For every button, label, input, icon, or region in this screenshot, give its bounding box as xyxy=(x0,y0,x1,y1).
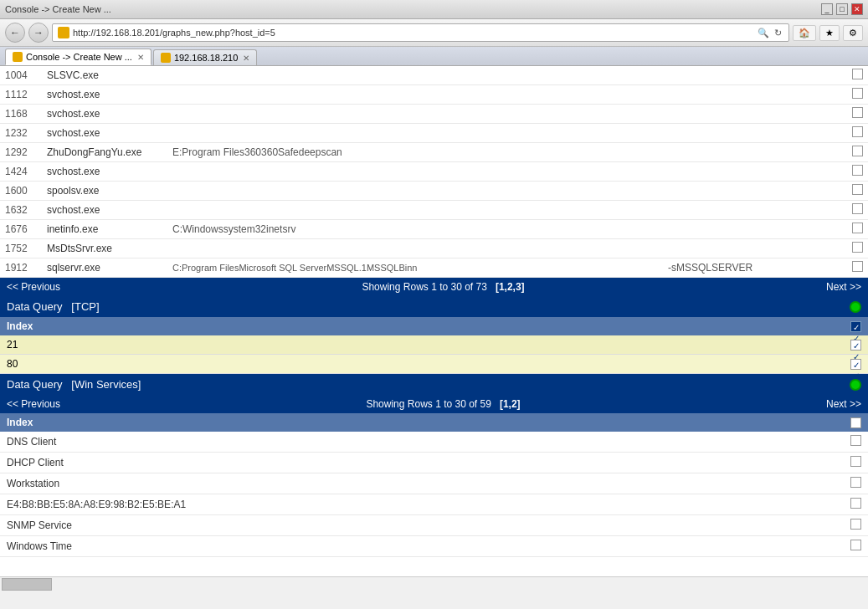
row-checkbox[interactable] xyxy=(852,261,863,272)
row-checkbox[interactable] xyxy=(852,88,863,99)
address-bar[interactable]: http://192.168.18.201/graphs_new.php?hos… xyxy=(52,23,789,42)
pid-cell: 1632 xyxy=(0,201,42,220)
page-links-1[interactable]: [1,2,3] xyxy=(496,281,525,293)
checkbox-cell[interactable] xyxy=(847,162,868,182)
maximize-button[interactable]: □ xyxy=(836,3,848,15)
service-checkbox-cell[interactable] xyxy=(844,473,868,494)
table-row: SNMP Service xyxy=(0,515,868,536)
win-services-select-all-checkbox[interactable] xyxy=(850,417,861,428)
checkbox-cell[interactable] xyxy=(847,143,868,162)
back-button[interactable]: ← xyxy=(5,23,25,43)
service-checkbox-cell[interactable] xyxy=(844,432,868,453)
tab-label-console: Console -> Create New ... xyxy=(26,52,132,62)
checkbox-cell[interactable] xyxy=(847,182,868,201)
table-row: DNS Client xyxy=(0,432,868,453)
row-checkbox[interactable] xyxy=(852,69,863,79)
service-name-cell: Windows Time xyxy=(0,536,844,557)
row-checkbox[interactable] xyxy=(852,126,863,137)
prev-link-2[interactable]: << Previous xyxy=(7,398,60,410)
table-row: 1632 svchost.exe xyxy=(0,201,868,220)
tcp-checkbox-80[interactable]: ✓ xyxy=(850,359,861,370)
args-cell xyxy=(663,66,847,85)
tab-close-ip[interactable]: ✕ xyxy=(243,54,249,63)
home-button[interactable]: 🏠 xyxy=(793,25,816,41)
win-services-status-indicator xyxy=(850,379,861,391)
checkbox-cell[interactable] xyxy=(847,258,868,278)
bookmarks-button[interactable]: ★ xyxy=(819,25,840,41)
tab-label-ip: 192.168.18.210 xyxy=(174,53,238,63)
browser-chrome: Console -> Create New ... _ □ ✕ ← → http… xyxy=(0,0,868,66)
window-title: Console -> Create New ... xyxy=(5,4,111,14)
service-checkbox-cell[interactable] xyxy=(844,453,868,473)
pid-cell: 1112 xyxy=(0,85,42,105)
address-text: http://192.168.18.201/graphs_new.php?hos… xyxy=(73,28,756,38)
args-cell xyxy=(663,220,847,239)
row-checkbox[interactable] xyxy=(852,165,863,176)
main-scroll-area[interactable]: 1004 SLSVC.exe 1112 svchost.exe 1168 svc… xyxy=(0,66,868,576)
next-link-2[interactable]: Next >> xyxy=(826,398,861,410)
table-row: 1676 inetinfo.exe C:Windowssystem32inets… xyxy=(0,220,868,239)
service-name-cell: SNMP Service xyxy=(0,515,844,536)
service-checkbox[interactable] xyxy=(850,498,861,509)
checkbox-cell[interactable] xyxy=(847,239,868,258)
args-cell xyxy=(663,162,847,182)
tcp-select-all-checkbox[interactable]: ✓ xyxy=(850,321,861,332)
service-checkbox-cell[interactable] xyxy=(844,536,868,557)
path-cell xyxy=(167,162,663,182)
tcp-checkbox-21[interactable]: ✓ xyxy=(850,340,861,351)
prev-link-1[interactable]: << Previous xyxy=(7,281,60,293)
forward-button[interactable]: → xyxy=(28,23,49,43)
service-checkbox-cell[interactable] xyxy=(844,494,868,515)
minimize-button[interactable]: _ xyxy=(821,3,833,15)
checkbox-cell[interactable] xyxy=(847,66,868,85)
tab-icon-ip xyxy=(161,53,171,63)
page-links-2[interactable]: [1,2] xyxy=(500,398,521,410)
row-checkbox[interactable] xyxy=(852,146,863,156)
table-row: 1292 ZhuDongFangYu.exe E:Program Files36… xyxy=(0,143,868,162)
tab-close-console[interactable]: ✕ xyxy=(137,53,144,62)
service-checkbox[interactable] xyxy=(850,435,861,446)
name-cell: ZhuDongFangYu.exe xyxy=(42,143,167,162)
service-name-cell: E4:B8:BB:E5:8A:A8:E9:98:B2:E5:BE:A1 xyxy=(0,494,844,515)
close-button[interactable]: ✕ xyxy=(851,3,863,15)
service-name-cell: DHCP Client xyxy=(0,453,844,473)
horizontal-scrollbar[interactable] xyxy=(0,576,868,591)
next-link-1[interactable]: Next >> xyxy=(826,281,861,293)
service-checkbox[interactable] xyxy=(850,519,861,530)
row-checkbox[interactable] xyxy=(852,242,863,253)
table-row: 1168 svchost.exe xyxy=(0,105,868,124)
checkbox-cell[interactable] xyxy=(847,220,868,239)
args-cell xyxy=(663,124,847,143)
tab-ip[interactable]: 192.168.18.210 ✕ xyxy=(153,49,257,65)
checkbox-cell[interactable] xyxy=(847,105,868,124)
settings-button[interactable]: ⚙ xyxy=(843,25,863,41)
checkbox-cell[interactable] xyxy=(847,85,868,105)
checkbox-cell[interactable] xyxy=(847,201,868,220)
service-checkbox[interactable] xyxy=(850,456,861,467)
win-services-table: DNS Client DHCP Client Workstation E4:B8… xyxy=(0,432,868,557)
args-cell xyxy=(663,239,847,258)
process-table: 1004 SLSVC.exe 1112 svchost.exe 1168 svc… xyxy=(0,66,868,278)
tcp-section-header: Data Query [TCP] xyxy=(0,296,868,317)
search-button[interactable]: 🔍 xyxy=(756,28,771,38)
service-checkbox[interactable] xyxy=(850,540,861,550)
path-cell xyxy=(167,201,663,220)
table-row: 1112 svchost.exe xyxy=(0,85,868,105)
refresh-button[interactable]: ↻ xyxy=(773,28,783,38)
row-checkbox[interactable] xyxy=(852,184,863,195)
table-row: 1752 MsDtsSrvr.exe xyxy=(0,239,868,258)
tcp-row-80: 80 ✓ xyxy=(0,355,868,374)
table-row: E4:B8:BB:E5:8A:A8:E9:98:B2:E5:BE:A1 xyxy=(0,494,868,515)
table-row: 1600 spoolsv.exe xyxy=(0,182,868,201)
name-cell: svchost.exe xyxy=(42,124,167,143)
service-checkbox-cell[interactable] xyxy=(844,515,868,536)
table-row: 1004 SLSVC.exe xyxy=(0,66,868,85)
checkbox-cell[interactable] xyxy=(847,124,868,143)
tab-console[interactable]: Console -> Create New ... ✕ xyxy=(5,49,152,65)
tcp-row-21: 21 ✓ xyxy=(0,335,868,355)
row-checkbox[interactable] xyxy=(852,223,863,233)
row-checkbox[interactable] xyxy=(852,107,863,118)
row-checkbox[interactable] xyxy=(852,203,863,214)
service-checkbox[interactable] xyxy=(850,477,861,488)
hscroll-thumb[interactable] xyxy=(2,578,52,591)
